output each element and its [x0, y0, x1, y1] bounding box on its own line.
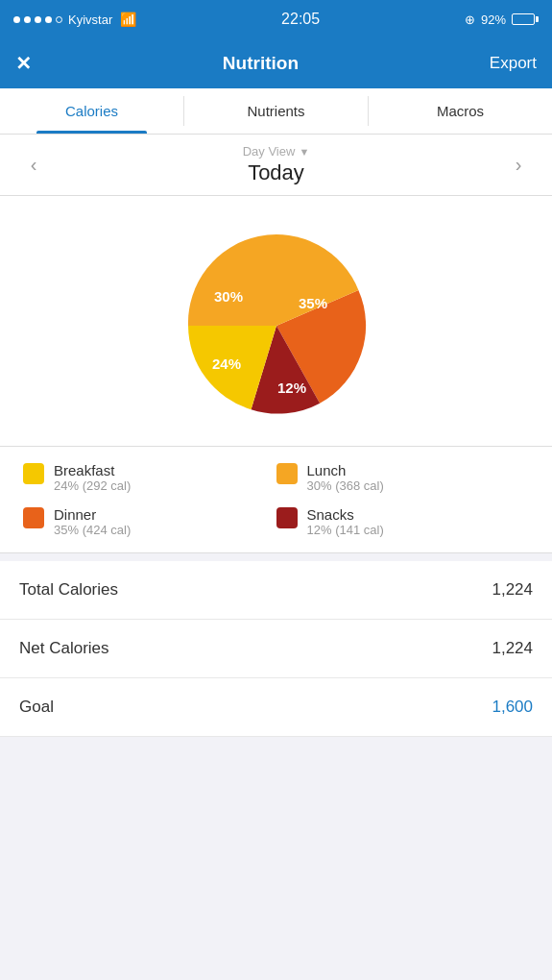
wifi-icon: 📶: [120, 12, 136, 27]
signal-dot-4: [45, 16, 52, 23]
legend-color-breakfast: [23, 463, 44, 484]
status-time: 22:05: [281, 11, 320, 28]
dinner-label: 35%: [298, 295, 326, 311]
tab-macros[interactable]: Macros: [369, 88, 552, 134]
battery-icon: [512, 13, 539, 25]
day-center: Day View ▼ Today: [243, 144, 310, 185]
stat-label-total-calories: Total Calories: [19, 580, 118, 600]
legend-item-dinner: Dinner 35% (424 cal): [23, 506, 276, 537]
legend-item-snacks: Snacks 12% (141 cal): [276, 506, 530, 537]
legend-item-breakfast: Breakfast 24% (292 cal): [23, 462, 276, 493]
signal-dot-5: [56, 16, 62, 23]
day-title: Today: [248, 160, 304, 185]
legend-item-lunch: Lunch 30% (368 cal): [276, 462, 530, 493]
breakfast-label: 24%: [211, 355, 240, 372]
legend-name-dinner: Dinner: [54, 506, 131, 523]
stat-label-goal: Goal: [19, 698, 54, 717]
stat-label-net-calories: Net Calories: [19, 639, 109, 658]
legend-color-snacks: [276, 507, 298, 528]
tab-bar: Calories Nutrients Macros: [0, 88, 552, 135]
pie-chart: 35% 12% 24% 30%: [166, 215, 387, 436]
legend-detail-dinner: 35% (424 cal): [54, 523, 131, 537]
stat-row-total-calories: Total Calories 1,224: [0, 561, 552, 620]
export-button[interactable]: Export: [490, 54, 537, 73]
stat-row-goal: Goal 1,600: [0, 678, 552, 737]
page-title: Nutrition: [223, 53, 299, 74]
lunch-label: 30%: [213, 288, 242, 305]
status-left: Kyivstar 📶: [13, 12, 136, 27]
legend-detail-breakfast: 24% (292 cal): [54, 478, 131, 493]
stats-section: Total Calories 1,224 Net Calories 1,224 …: [0, 561, 552, 737]
signal-dot-3: [35, 16, 41, 23]
next-day-button[interactable]: ›: [504, 154, 533, 176]
tab-nutrients[interactable]: Nutrients: [184, 88, 368, 134]
lock-icon: ⊕: [465, 12, 475, 27]
signal-dot-1: [13, 16, 20, 23]
legend-color-dinner: [23, 507, 44, 528]
legend-name-breakfast: Breakfast: [54, 462, 131, 478]
stat-row-net-calories: Net Calories 1,224: [0, 620, 552, 678]
legend-name-snacks: Snacks: [307, 506, 384, 523]
status-right: ⊕ 92%: [465, 12, 539, 27]
legend-color-lunch: [276, 463, 298, 484]
legend-name-lunch: Lunch: [307, 462, 384, 478]
nav-bar: ✕ Nutrition Export: [0, 38, 552, 88]
day-view-label[interactable]: Day View ▼: [243, 144, 310, 159]
day-selector: ‹ Day View ▼ Today ›: [0, 135, 552, 196]
close-button[interactable]: ✕: [15, 52, 32, 75]
signal-dot-2: [24, 16, 31, 23]
carrier-label: Kyivstar: [68, 12, 112, 27]
stat-value-goal: 1,600: [492, 698, 533, 717]
snacks-label: 12%: [276, 380, 305, 396]
status-bar: Kyivstar 📶 22:05 ⊕ 92%: [0, 0, 552, 38]
tab-calories[interactable]: Calories: [0, 88, 183, 134]
legend-detail-snacks: 12% (141 cal): [307, 523, 384, 537]
stat-value-total-calories: 1,224: [492, 580, 533, 600]
legend: Breakfast 24% (292 cal) Lunch 30% (368 c…: [0, 447, 552, 553]
day-view-arrow: ▼: [299, 146, 309, 158]
prev-day-button[interactable]: ‹: [19, 154, 48, 176]
legend-detail-lunch: 30% (368 cal): [307, 478, 384, 493]
chart-area: 35% 12% 24% 30%: [0, 196, 552, 447]
battery-percent: 92%: [481, 12, 506, 27]
stat-value-net-calories: 1,224: [492, 639, 533, 658]
